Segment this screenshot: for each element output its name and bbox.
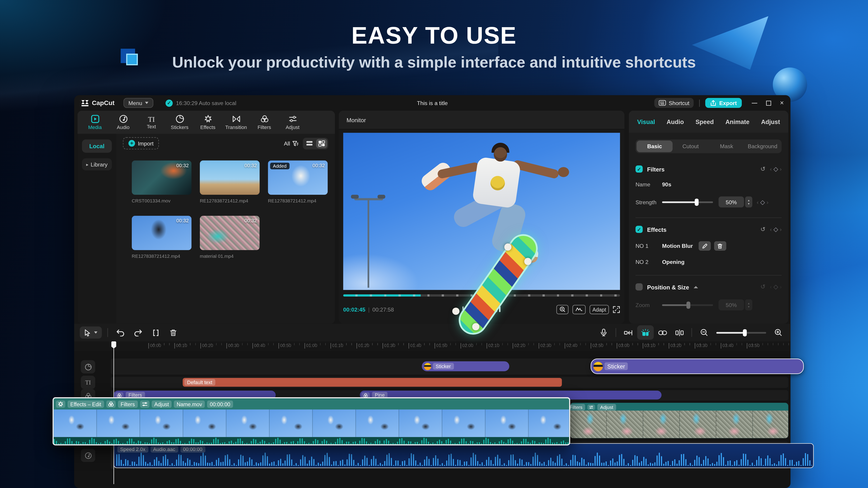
reset-icon[interactable]: ↺ — [761, 165, 766, 173]
video-clip-right[interactable]: Filters Adjust — [570, 403, 788, 438]
toolbar-item-adjust[interactable]: Adjust — [278, 115, 307, 130]
subtab-basic[interactable]: Basic — [637, 140, 673, 152]
reset-icon[interactable]: ↺ — [761, 283, 766, 291]
keyframe-diamond-icon[interactable]: ◇ — [774, 165, 778, 173]
filter-all-button[interactable]: All — [284, 140, 298, 147]
zoom-stepper[interactable]: ▲▼ — [745, 299, 752, 311]
media-item[interactable]: 00:32 material 01.mp4 — [200, 216, 259, 271]
stepper-up-icon[interactable]: ▲ — [747, 199, 750, 202]
media-item[interactable]: 00:32 CRST001334.mov — [132, 160, 191, 216]
position-size-checkbox[interactable]: ✓ — [636, 283, 643, 291]
toolbar-item-media[interactable]: Media — [81, 115, 109, 130]
list-view-button[interactable] — [304, 138, 315, 148]
export-button[interactable]: Export — [706, 98, 742, 108]
keyframe-prev-icon[interactable]: ‹ — [770, 166, 772, 172]
stepper-down-icon[interactable]: ▼ — [747, 305, 750, 308]
keyframe-prev-icon[interactable]: ‹ — [770, 284, 772, 290]
keyframe-next-icon[interactable]: › — [780, 226, 782, 232]
keyframe-next-icon[interactable]: › — [780, 284, 782, 290]
render-preview-button[interactable] — [572, 304, 586, 314]
keyframe-diamond-icon[interactable]: ◇ — [774, 226, 778, 233]
slider-thumb[interactable] — [694, 198, 699, 205]
media-filters: All — [284, 138, 328, 149]
text-clip[interactable]: Default text — [183, 378, 562, 387]
grid-view-button[interactable] — [316, 138, 327, 148]
tab-visual[interactable]: Visual — [637, 119, 655, 125]
sticker-clip-1[interactable]: Sticker — [422, 361, 509, 371]
toolbar-item-effects[interactable]: Effects — [194, 115, 222, 130]
monitor-right-controls: Adapt — [557, 304, 620, 314]
effect-number: NO 2 — [636, 259, 662, 265]
toolbar-item-transition[interactable]: Transition — [222, 115, 250, 130]
keyframe-diamond-icon[interactable]: ◇ — [760, 198, 765, 205]
tab-audio[interactable]: Audio — [666, 119, 684, 125]
toolbar-item-filters[interactable]: Filters — [250, 115, 278, 130]
preview-quality-button[interactable] — [557, 304, 569, 314]
keyframe-prev-icon[interactable]: ‹ — [757, 199, 758, 205]
collapse-caret-icon[interactable] — [693, 286, 698, 288]
preview-progress-bar[interactable] — [343, 294, 620, 297]
subtab-cutout[interactable]: Cutout — [673, 140, 709, 152]
media-content: + Import All — [116, 134, 335, 324]
toolbar-item-audio[interactable]: Audio — [109, 115, 137, 130]
view-toggle — [303, 138, 329, 149]
inspector-panel: Visual Audio Speed Animate Adjust Basic … — [629, 111, 788, 324]
pause-button[interactable] — [495, 306, 501, 313]
close-button[interactable]: × — [780, 100, 784, 106]
text-icon: TI — [148, 116, 155, 123]
section-divider — [636, 217, 782, 218]
stepper-up-icon[interactable]: ▲ — [747, 302, 750, 305]
tab-animate[interactable]: Animate — [725, 119, 749, 125]
tab-adjust[interactable]: Adjust — [761, 119, 780, 125]
media-item[interactable]: 00:32 RE127838721412.mp4 — [200, 160, 259, 216]
strength-value[interactable]: 50% — [719, 196, 744, 207]
toolbar-item-text[interactable]: TI Text — [137, 116, 165, 129]
filters-checkbox[interactable]: ✓ — [636, 165, 643, 173]
delete-effect-button[interactable] — [714, 241, 726, 251]
import-button[interactable]: + Import — [123, 137, 159, 149]
sticker-clip-2[interactable]: Sticker — [591, 359, 804, 374]
subtab-mask[interactable]: Mask — [709, 140, 745, 152]
menu-label: Menu — [128, 100, 142, 106]
minimize-button[interactable] — [752, 103, 757, 103]
subtab-background[interactable]: Background — [745, 140, 780, 152]
toolbar-label: Stickers — [170, 125, 188, 130]
library-tab[interactable]: ▸ Library — [82, 158, 112, 170]
slider-thumb[interactable] — [686, 301, 690, 308]
edit-effect-button[interactable] — [699, 241, 711, 251]
keyframe-diamond-icon[interactable]: ◇ — [774, 283, 778, 291]
duration-badge: 00:32 — [176, 218, 189, 223]
keyframe-nav: ‹ ◇ › — [770, 226, 782, 233]
adapt-ratio-button[interactable]: Adapt — [590, 304, 609, 314]
effects-checkbox[interactable]: ✓ — [636, 226, 643, 233]
adjust-icon — [587, 404, 595, 410]
strength-slider[interactable] — [662, 201, 713, 203]
titlebar: CapCut Menu ✓ 16:30:29 Auto save local T… — [74, 95, 790, 111]
zoom-property-slider[interactable] — [662, 304, 713, 306]
audio-clip[interactable]: Speed 2.0x Audio.aac 00:00:00 — [114, 443, 814, 468]
previous-frame-button[interactable] — [478, 306, 485, 313]
toolbar-item-stickers[interactable]: Stickers — [165, 115, 194, 130]
fullscreen-icon[interactable] — [613, 306, 620, 313]
keyframe-prev-icon[interactable]: ‹ — [770, 226, 772, 232]
strength-stepper[interactable]: ▲▼ — [745, 196, 752, 207]
playhead-handle[interactable] — [111, 341, 116, 349]
maximize-button[interactable] — [766, 100, 771, 105]
media-item[interactable]: 00:32 RE127838721412.mp4 — [132, 216, 191, 271]
menu-button[interactable]: Menu — [123, 98, 153, 108]
keyframe-next-icon[interactable]: › — [780, 166, 782, 172]
sticker-clip-label: Sticker — [604, 362, 628, 370]
zoomed-video-clip[interactable]: Effects – Edit Filters Adjust Name.mov 0… — [53, 397, 570, 445]
timecode-separator: | — [368, 306, 370, 313]
local-tab[interactable]: Local — [82, 139, 112, 153]
video-clip-adjust-badge: Adjust — [597, 404, 616, 410]
shortcut-button[interactable]: Shortcut — [654, 98, 694, 108]
keyframe-next-icon[interactable]: › — [767, 199, 768, 205]
zoom-value[interactable]: 50% — [719, 299, 744, 311]
tab-speed[interactable]: Speed — [695, 119, 714, 125]
media-item[interactable]: Added 00:32 RE127838721412.mp4 — [268, 160, 328, 216]
reset-icon[interactable]: ↺ — [761, 226, 766, 233]
stepper-down-icon[interactable]: ▼ — [747, 202, 750, 205]
capcut-logo-icon — [81, 99, 89, 107]
skip-to-start-button[interactable] — [462, 306, 469, 313]
